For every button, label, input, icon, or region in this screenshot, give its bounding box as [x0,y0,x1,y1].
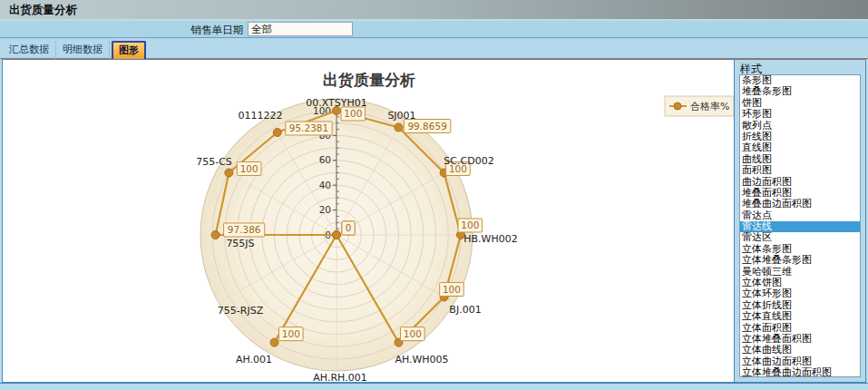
tab-bar: 汇总数据明细数据图形 [0,37,868,59]
style-option[interactable]: 环形图 [740,109,860,120]
date-filter-input[interactable] [248,22,353,36]
tab-graph[interactable]: 图形 [112,41,146,61]
data-point [273,129,281,137]
style-option[interactable]: 直线图 [740,142,860,153]
style-option[interactable]: 堆叠曲边面积图 [740,199,860,210]
style-option[interactable]: 立体曲线图 [740,345,860,356]
data-point [270,338,278,346]
value-label: 95.2381 [289,122,328,133]
axis-tick-label: 40 [319,180,331,190]
style-option[interactable]: 堆叠条形图 [740,86,860,97]
value-label: 100 [240,163,258,174]
value-label: 100 [461,219,479,230]
chart-title: 出货质量分析 [323,71,415,89]
axis-tick-label: 20 [319,204,331,215]
data-point [395,123,403,132]
category-label: 755-RJSZ [218,305,264,317]
value-label: 100 [344,108,362,119]
category-label: BJ.001 [449,304,481,316]
category-label: 755-CS [196,156,232,168]
category-label: AH.001 [236,354,272,366]
style-option[interactable]: 立体堆叠曲边面积图 [740,367,860,377]
value-label: 100 [404,328,422,339]
category-label: 0111222 [239,110,283,122]
radar-chart: 02040608010010099.8659100100100100010009… [3,60,736,384]
value-label: 100 [443,284,461,295]
chart-panel: 02040608010010099.8659100100100100010009… [3,60,734,382]
data-point [333,231,341,239]
category-label: SJ001 [387,110,415,122]
value-label: 100 [282,328,300,339]
category-label: SC.CD002 [444,155,493,167]
tab-summary-data[interactable]: 汇总数据 [3,41,56,59]
legend-point-icon [674,102,681,110]
category-label: HB.WH002 [463,233,517,245]
data-point [211,231,219,239]
tab-detail-data[interactable]: 明细数据 [56,41,110,59]
window-title: 出货质量分析 [0,0,868,20]
status-bar [0,383,868,390]
data-point [225,169,233,177]
style-option[interactable]: 面积图 [740,165,860,176]
value-label: 99.8659 [407,121,446,132]
legend-label: 合格率% [690,101,729,112]
main-panel: 02040608010010099.8659100100100100010009… [2,59,866,383]
style-option[interactable]: 立体堆叠条形图 [740,255,860,266]
filter-bar: 销售单日期 [0,21,868,37]
value-label: 0 [346,222,352,233]
style-option[interactable]: 立体直线图 [740,311,860,322]
category-label: 00.XTSYH01 [306,97,367,109]
axis-tick-label: 60 [319,154,331,165]
date-filter-label: 销售单日期 [145,24,243,37]
style-sidebar: 样式 条形图堆叠条形图饼图环形图散列点折线图直线图曲线图面积图曲边面积图堆叠面积… [734,60,865,382]
value-label: 97.386 [228,224,261,235]
category-label: 755JS [226,238,254,249]
category-label: AH.WH005 [395,354,448,366]
style-listbox[interactable]: 条形图堆叠条形图饼图环形图散列点折线图直线图曲线图面积图曲边面积图堆叠面积图堆叠… [739,74,861,377]
style-option[interactable]: 立体环形图 [740,288,860,299]
style-option[interactable]: 雷达区 [740,232,860,243]
